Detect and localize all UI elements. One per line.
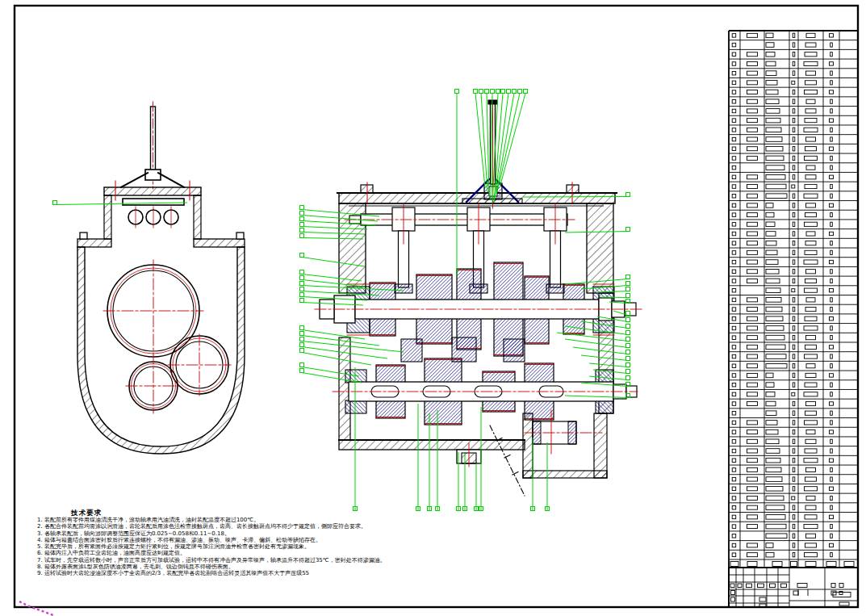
tech-notes-list: 1. 装配前所有零件用煤油清洗干净，滚动轴承用汽油清洗，油封装配温度不超过100…: [37, 517, 416, 577]
section-cut-line: [490, 425, 525, 496]
tech-note-line: 7. 试车时，先空载运转数小时，声音正常后方可加载试验，运转中不得有冲击声及异常…: [37, 557, 416, 564]
tech-note-line: 6. 箱体内注入中负荷工业齿轮油，油面高度应达到规定值。: [37, 550, 416, 556]
title-block: [729, 568, 858, 607]
tech-note-line: 8. 箱体外露表面涂L型灰色防锈油漆两遍，去毛刺、锐边倒钝且不得碰伤表面。: [37, 564, 416, 570]
end-view: [77, 102, 245, 454]
tech-notes-title: 技术要求: [71, 509, 416, 517]
drawing-sheet: 技术要求 1. 装配前所有零件用煤油清洗干净，滚动轴承用汽油清洗，油封装配温度不…: [0, 0, 866, 616]
tech-notes: 技术要求 1. 装配前所有零件用煤油清洗干净，滚动轴承用汽油清洗，油封装配温度不…: [37, 509, 416, 577]
cursor-mark: [19, 601, 53, 615]
section-view: [315, 100, 644, 496]
tech-note-line: 2. 各配合件装配前均需涂以润滑油，齿轮装配后用涂色法检查接触斑点，齿高、齿长接…: [37, 523, 416, 530]
tech-note-line: 9. 运转试验时大齿轮浸油深度不小于全齿高的2/3，装配完毕各齿轮副啮合运转灵活…: [37, 570, 416, 576]
bom-table: [729, 31, 858, 568]
tech-note-line: 3. 各轴承装配后，轴向游隙调整范围应保证为0.025~0.058和0.11~0…: [37, 530, 416, 537]
tech-note-line: 4. 箱体与箱盖结合面涂密封胶后拧紧连接螺栓，不得有漏油、渗油、振动、噪声、卡滞…: [37, 537, 416, 543]
